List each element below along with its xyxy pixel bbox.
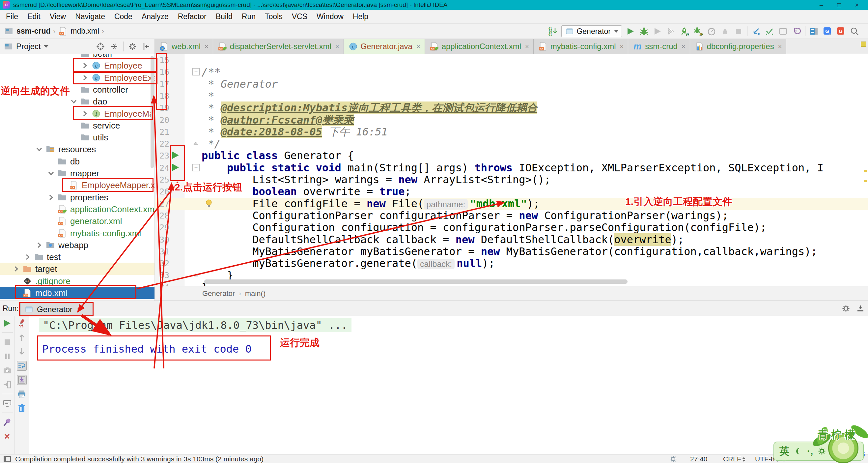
line-number[interactable]: 32 [155, 259, 169, 268]
project-panel-title[interactable]: Project [16, 42, 41, 51]
tree-item-employeemapper[interactable]: IEmployeeMapper [0, 107, 155, 120]
tree-item-applicationcontext-xml[interactable]: <>applicationContext.xml [0, 203, 155, 215]
code-line-25[interactable]: 25 List<String> warings = new ArrayList<… [155, 174, 868, 186]
tab-dispatcherservlet-servlet-xml[interactable]: <>dispatcherServlet-servlet.xml× [213, 39, 344, 54]
line-number[interactable]: 29 [155, 223, 169, 232]
code-line-30[interactable]: 30 DefaultShellCallback callback = new D… [155, 234, 868, 246]
run-configuration-select[interactable]: Generator [561, 25, 622, 37]
profiler-icon[interactable] [707, 26, 716, 36]
code-line-29[interactable]: 29 Configuration configuration = configu… [155, 221, 868, 234]
close-button[interactable]: × [855, 1, 859, 9]
line-number[interactable]: 30 [155, 235, 169, 245]
menu-item-edit[interactable]: Edit [23, 12, 45, 21]
tab-close-icon[interactable]: × [682, 43, 685, 51]
close-red-icon[interactable]: × [2, 431, 12, 441]
line-number[interactable]: 27 [155, 199, 169, 209]
tree-item-db[interactable]: db [0, 155, 155, 167]
chevron-right-icon[interactable] [11, 264, 20, 274]
rerun-icon[interactable] [2, 318, 12, 328]
code-line-32[interactable]: 32 myBatisGenerator.generate(callback:nu… [155, 257, 868, 270]
up-icon[interactable] [17, 333, 27, 342]
tab-close-icon[interactable]: × [335, 43, 339, 51]
locate-icon[interactable] [96, 41, 105, 52]
menu-item-build[interactable]: Build [211, 12, 237, 21]
horizontal-scrollbar[interactable] [204, 279, 627, 284]
pin-icon[interactable] [2, 417, 12, 427]
debug-jr-icon[interactable]: JR [693, 26, 703, 36]
collapse-all-icon[interactable] [110, 41, 119, 52]
tab-mybatis-config-xml[interactable]: <>mybatis-config.xml× [534, 39, 628, 54]
code-line-26[interactable]: 26 boolean overwrite = true; [155, 186, 868, 198]
tab-dbconfig-properties[interactable]: dbconfig.properties× [690, 39, 787, 54]
breadcrumb-method[interactable]: main() [245, 289, 266, 298]
tree-item-controller[interactable]: controller [0, 83, 155, 96]
stop-icon[interactable] [734, 26, 743, 36]
fold-end-icon[interactable] [193, 273, 199, 277]
exit-icon[interactable] [2, 380, 12, 390]
menu-item-code[interactable]: Code [110, 12, 137, 21]
search-icon[interactable] [849, 26, 860, 36]
tree-item-employee[interactable]: cEmployee [0, 59, 155, 71]
breadcrumb-project[interactable]: ssm-crud [17, 27, 51, 36]
line-number[interactable]: 17 [155, 80, 169, 89]
chevron-right-icon[interactable] [81, 73, 89, 82]
monitor-icon[interactable] [2, 398, 12, 408]
line-number[interactable]: 33 [155, 271, 169, 280]
line-number[interactable]: 18 [155, 91, 169, 101]
line-number[interactable]: 16 [155, 67, 169, 77]
line-separator-select[interactable]: CRLF [723, 455, 745, 463]
code-line-16[interactable]: 16−/** [155, 66, 868, 78]
tab-generator-java[interactable]: cGenerator.java× [344, 39, 425, 54]
line-number[interactable]: 31 [155, 247, 169, 256]
minimize-button[interactable]: – [819, 1, 823, 9]
tree-item-mapper[interactable]: mapper [0, 167, 155, 179]
tree-scrollbar[interactable] [151, 56, 154, 168]
code-line-18[interactable]: 18 * [155, 90, 868, 102]
line-number[interactable]: 25 [155, 175, 169, 185]
coverage-icon[interactable] [666, 26, 676, 36]
line-number[interactable]: 26 [155, 187, 169, 196]
breadcrumb-file[interactable]: mdb.xml [70, 27, 99, 36]
pause-icon[interactable] [2, 351, 12, 361]
run-console[interactable]: "C:\Program Files\Java\jdk1.8.0_73\bin\j… [29, 316, 868, 454]
warning-mark[interactable] [864, 180, 867, 182]
tab-applicationcontext-xml[interactable]: <>applicationContext.xml× [425, 39, 534, 54]
profile-jr-icon[interactable]: JR [680, 26, 689, 36]
ime-language-mode[interactable]: 英 [779, 444, 789, 458]
camera-icon[interactable] [2, 366, 12, 375]
softwrap-icon[interactable] [17, 361, 27, 371]
line-number[interactable]: 22 [155, 139, 169, 149]
gear-icon[interactable] [127, 41, 137, 52]
warning-mark[interactable] [864, 170, 867, 172]
chevron-right-icon[interactable] [81, 109, 89, 118]
fold-end-icon[interactable] [193, 141, 199, 145]
menu-item-view[interactable]: View [45, 12, 70, 21]
tree-item-webapp[interactable]: webapp [0, 239, 155, 251]
code-line-31[interactable]: 31 MyBatisGenerator myBatisGenerator = n… [155, 246, 868, 258]
tree-item-properties[interactable]: properties [0, 191, 155, 203]
debug-icon[interactable] [639, 26, 649, 36]
tree-item-gitignore[interactable]: .gitignore [0, 275, 155, 287]
tab-close-icon[interactable]: × [416, 43, 420, 51]
tree-item-test[interactable]: test [0, 251, 155, 263]
code-editor[interactable]: 1516−/**17 * Generator18 *19 * @descript… [155, 54, 868, 286]
code-line-21[interactable]: 21 * @date:2018-08-05 下午 16:51 [155, 126, 868, 138]
tree-item-dao[interactable]: dao [0, 95, 155, 107]
sync-gear-icon[interactable] [670, 455, 677, 463]
tree-item-target[interactable]: target [0, 263, 155, 275]
tab-close-icon[interactable]: × [778, 43, 782, 51]
tab-close-icon[interactable]: × [525, 43, 529, 51]
inspections-indicator[interactable] [861, 41, 866, 47]
menu-item-navigate[interactable]: Navigate [70, 12, 110, 21]
tree-item-mybatis-config-xml[interactable]: <>mybatis-config.xml [0, 227, 155, 239]
code-line-28[interactable]: 28 ConfigurationParser configurationPars… [155, 210, 868, 222]
code-line-15[interactable]: 15 [155, 54, 868, 66]
breadcrumb-class[interactable]: Generator [202, 289, 235, 298]
hide-panel-icon[interactable] [141, 41, 151, 52]
chevron-right-icon[interactable] [81, 61, 89, 70]
run-tab-generator[interactable]: Generator × [21, 302, 93, 316]
run-disabled-icon[interactable] [653, 26, 662, 36]
menu-item-window[interactable]: Window [312, 12, 348, 21]
update-project-icon[interactable] [751, 26, 761, 36]
menu-item-analyze[interactable]: Analyze [137, 12, 173, 21]
